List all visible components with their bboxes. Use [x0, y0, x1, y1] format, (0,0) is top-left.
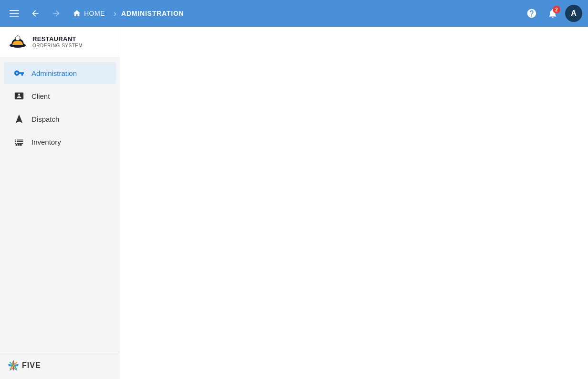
back-icon — [31, 9, 40, 18]
menu-icon — [10, 9, 19, 18]
svg-rect-8 — [20, 144, 22, 146]
breadcrumb-current: ADMINISTRATION — [121, 10, 184, 17]
sidebar-footer: FIVE — [0, 352, 120, 379]
sidebar-item-client-label: Client — [32, 92, 50, 100]
key-icon — [13, 68, 25, 78]
client-icon — [13, 91, 25, 101]
sidebar-item-dispatch-label: Dispatch — [32, 115, 59, 123]
back-button[interactable] — [27, 5, 44, 22]
sidebar-logo: RESTAURANT ORDERING SYSTEM — [0, 27, 120, 57]
svg-rect-6 — [16, 144, 18, 146]
help-button[interactable] — [523, 5, 540, 22]
sidebar-item-client[interactable]: Client — [4, 85, 116, 107]
logo-title: RESTAURANT — [32, 35, 83, 43]
svg-rect-2 — [10, 16, 19, 17]
user-avatar[interactable]: A — [565, 5, 582, 22]
five-logo: FIVE — [8, 360, 41, 371]
topbar: HOME › ADMINISTRATION 2 A — [0, 0, 588, 27]
five-brand-label: FIVE — [22, 361, 41, 370]
dispatch-icon — [13, 114, 25, 124]
menu-button[interactable] — [6, 5, 23, 22]
topbar-actions: 2 A — [523, 5, 582, 22]
forward-icon — [52, 9, 61, 18]
sidebar-item-administration[interactable]: Administration — [4, 62, 116, 84]
sidebar-item-inventory[interactable]: Inventory — [4, 131, 116, 153]
logo-subtitle: ORDERING SYSTEM — [32, 43, 83, 48]
sidebar-nav: Administration Client Dispatch — [0, 57, 120, 352]
sidebar-item-dispatch[interactable]: Dispatch — [4, 108, 116, 130]
home-label: HOME — [84, 10, 105, 17]
svg-rect-0 — [10, 10, 19, 11]
notification-badge: 2 — [553, 6, 560, 13]
home-button[interactable]: HOME — [69, 7, 109, 20]
breadcrumb-separator: › — [114, 9, 116, 19]
sidebar-item-administration-label: Administration — [32, 69, 77, 77]
help-icon — [526, 8, 537, 19]
main-content — [120, 27, 588, 379]
logo-icon — [8, 32, 28, 52]
sidebar: RESTAURANT ORDERING SYSTEM Administratio… — [0, 27, 120, 379]
main-layout: RESTAURANT ORDERING SYSTEM Administratio… — [0, 27, 588, 379]
five-logo-icon — [8, 360, 19, 371]
svg-point-4 — [15, 36, 20, 41]
logo-text: RESTAURANT ORDERING SYSTEM — [32, 35, 83, 48]
svg-rect-5 — [11, 45, 24, 46]
svg-rect-7 — [18, 144, 20, 146]
sidebar-item-inventory-label: Inventory — [32, 138, 61, 146]
forward-button[interactable] — [48, 5, 65, 22]
notifications-button[interactable]: 2 — [544, 5, 561, 22]
inventory-icon — [13, 137, 25, 147]
home-icon — [73, 9, 81, 18]
avatar-letter: A — [571, 9, 577, 18]
svg-rect-1 — [10, 13, 19, 14]
